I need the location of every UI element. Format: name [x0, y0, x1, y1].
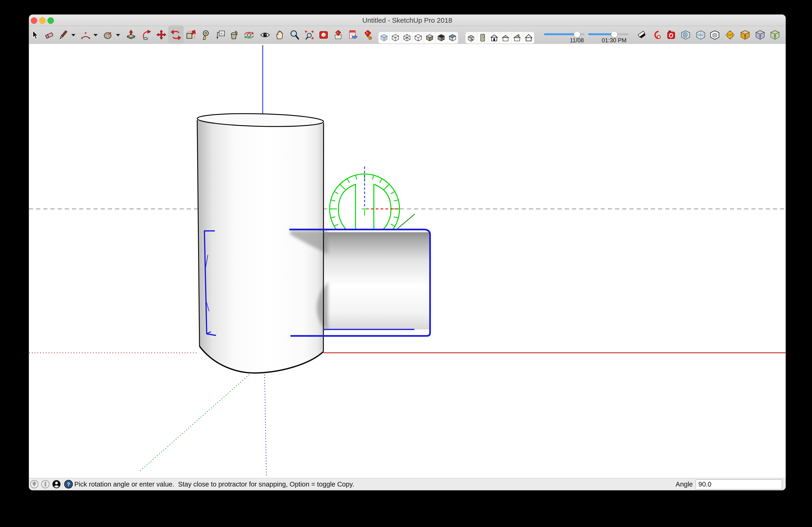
ruby-console-tool[interactable]: [362, 29, 373, 41]
shadow-time-slider-knob[interactable]: [611, 31, 618, 38]
style-wireframe-icon: [402, 33, 412, 43]
rotation-rubber-band: [397, 214, 415, 229]
orbit-tool-icon: [244, 29, 255, 41]
shadow-time-slider-fill: [588, 33, 614, 35]
plugin-mesh-box[interactable]: [695, 29, 706, 41]
style-shaded[interactable]: [424, 32, 435, 44]
plugin-section[interactable]: [651, 29, 662, 41]
zoom-tool[interactable]: [289, 29, 300, 41]
geolocation-button[interactable]: [29, 479, 39, 489]
plugin-camera[interactable]: [666, 29, 677, 41]
style-textured[interactable]: [435, 32, 447, 44]
circle-tool[interactable]: [103, 29, 114, 41]
eraser-tool[interactable]: [44, 29, 55, 41]
shadow-date-slider-knob[interactable]: [574, 31, 580, 38]
eraser-tool-icon: [44, 29, 55, 41]
view-iso[interactable]: [465, 32, 477, 44]
horizontal-cylinder-body[interactable]: [323, 232, 430, 329]
credits-button[interactable]: [41, 479, 50, 489]
help-button[interactable]: ?: [64, 479, 73, 489]
vertical-cylinder[interactable]: [197, 112, 323, 373]
follow-me-tool[interactable]: [141, 29, 152, 41]
model-viewport[interactable]: [29, 44, 786, 478]
style-xray[interactable]: [378, 32, 390, 44]
paint-tool-icon: [228, 29, 240, 41]
plugin-figure-blue[interactable]: [755, 29, 766, 41]
style-monochrome[interactable]: [447, 32, 458, 44]
plugin-figure-green-icon: [769, 29, 781, 41]
view-right-icon: [501, 33, 510, 43]
measurement-box: Angle: [676, 479, 782, 489]
pan-tool-icon: [274, 29, 285, 41]
orbit-tool[interactable]: [244, 29, 255, 41]
style-xray-icon: [379, 33, 389, 43]
style-shaded-icon: [425, 33, 434, 43]
plugin-orange-peel[interactable]: [725, 29, 736, 41]
pan-tool[interactable]: [274, 29, 285, 41]
angle-input[interactable]: [696, 479, 782, 490]
style-back-edges-icon: [391, 33, 400, 43]
view-iso-icon: [466, 33, 476, 43]
text-tool[interactable]: A1: [215, 29, 227, 41]
angle-label: Angle: [676, 481, 693, 488]
move-tool[interactable]: [156, 29, 167, 41]
shadow-date-slider[interactable]: [544, 33, 584, 35]
view-left[interactable]: [523, 32, 534, 44]
view-front[interactable]: [489, 32, 500, 44]
scale-tool-icon: [185, 29, 196, 41]
credits-icon: [41, 479, 50, 489]
paint-tool[interactable]: [228, 29, 240, 41]
toolbar: 11/08 01:30 PM A1: [29, 26, 786, 44]
protractor-inner-left: [338, 184, 356, 234]
shadow-time-label: 01:30 PM: [596, 37, 633, 44]
view-right[interactable]: [500, 32, 511, 44]
push-pull-tool-icon: [126, 29, 136, 41]
plugin-inner-box[interactable]: [709, 29, 720, 41]
circle-tool-icon: [103, 29, 114, 41]
shadow-time-slider[interactable]: [588, 33, 629, 35]
plugin-figure-orange[interactable]: [740, 29, 751, 41]
arc-tool-icon: [80, 29, 91, 41]
plugin-section-icon: [651, 29, 662, 41]
select-tool[interactable]: [29, 29, 41, 41]
arc-tool[interactable]: [80, 29, 91, 41]
plugin-eraser-icon: [637, 29, 648, 41]
arc-dropdown[interactable]: [92, 32, 99, 38]
rotate-tool[interactable]: [170, 29, 182, 41]
push-pull-tool[interactable]: [126, 29, 136, 41]
account-button[interactable]: [52, 479, 61, 489]
plugin-inner-box-icon: [709, 29, 720, 41]
line-dropdown-icon: [70, 32, 76, 38]
scale-tool[interactable]: [185, 29, 196, 41]
style-hidden-line-icon: [414, 33, 423, 43]
rotate-protractor[interactable]: [330, 167, 400, 244]
plugin-figure-orange-icon: [740, 29, 751, 41]
warehouse-tool[interactable]: [318, 29, 329, 41]
layout-tool[interactable]: [347, 29, 359, 41]
style-wireframe[interactable]: [401, 32, 413, 44]
tape-measure-tool-icon: [200, 29, 211, 41]
view-back[interactable]: [511, 32, 523, 44]
plugin-eraser[interactable]: [637, 29, 648, 41]
style-back-edges[interactable]: [390, 32, 401, 44]
extension-warehouse-tool[interactable]: [333, 29, 344, 41]
view-top[interactable]: [477, 32, 489, 44]
select-tool-icon: [29, 29, 41, 41]
circle-dropdown[interactable]: [115, 32, 121, 38]
zoom-extents-tool[interactable]: [304, 29, 315, 41]
status-bar: Pick rotation angle or enter value. Stay…: [29, 478, 786, 490]
shadow-date-label: 11/08: [563, 37, 591, 44]
line-dropdown[interactable]: [70, 32, 76, 38]
geolocation-icon: [29, 479, 39, 489]
look-around-tool-icon: [260, 29, 271, 41]
vertical-cylinder-body[interactable]: [197, 120, 323, 373]
style-hidden-line[interactable]: [413, 32, 424, 44]
plugin-solid-box[interactable]: [680, 29, 691, 41]
plugin-figure-green[interactable]: [769, 29, 781, 41]
title-bar[interactable]: Untitled - SketchUp Pro 2018: [29, 15, 786, 26]
look-around-tool[interactable]: [260, 29, 271, 41]
tape-measure-tool[interactable]: [200, 29, 211, 41]
plugin-solid-box-icon: [680, 29, 691, 41]
ruby-console-tool-icon: [362, 29, 373, 41]
line-tool[interactable]: [58, 29, 69, 41]
